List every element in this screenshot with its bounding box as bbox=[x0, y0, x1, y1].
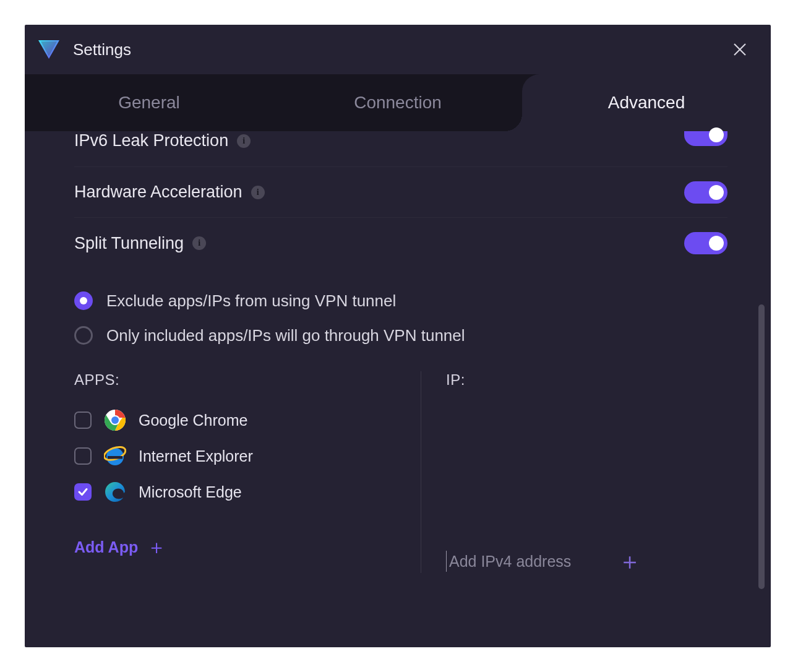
window-title: Settings bbox=[73, 40, 726, 59]
setting-label: IPv6 Leak Protection i bbox=[74, 131, 251, 150]
radio-label: Exclude apps/IPs from using VPN tunnel bbox=[106, 291, 396, 311]
settings-window: Settings General Connection Advanced bbox=[25, 25, 771, 647]
add-ip-button[interactable]: ＋ bbox=[618, 549, 641, 573]
check-icon bbox=[77, 486, 88, 498]
info-icon[interactable]: i bbox=[251, 186, 265, 199]
add-app-button[interactable]: Add App ＋ bbox=[74, 537, 166, 557]
toggle-ipv6[interactable] bbox=[684, 131, 727, 146]
tab-connection[interactable]: Connection bbox=[273, 74, 522, 131]
title-bar: Settings bbox=[25, 25, 771, 74]
svg-point-6 bbox=[111, 416, 119, 424]
radio-include-only[interactable]: Only included apps/IPs will go through V… bbox=[74, 318, 727, 353]
split-mode-radio-group: Exclude apps/IPs from using VPN tunnel O… bbox=[74, 269, 727, 353]
chrome-icon bbox=[104, 409, 126, 431]
plus-icon: ＋ bbox=[147, 537, 166, 557]
tabs: General Connection Advanced bbox=[25, 74, 771, 131]
add-ip-row: ＋ bbox=[446, 549, 727, 573]
info-icon[interactable]: i bbox=[192, 236, 206, 250]
app-item-chrome: Google Chrome bbox=[74, 402, 402, 438]
svg-marker-1 bbox=[41, 41, 57, 56]
svg-rect-9 bbox=[108, 456, 122, 459]
app-checkbox[interactable] bbox=[74, 411, 92, 429]
setting-row-ipv6: IPv6 Leak Protection i bbox=[74, 131, 727, 167]
setting-label: Split Tunneling i bbox=[74, 234, 206, 253]
ip-header: IP: bbox=[446, 371, 727, 389]
close-button[interactable] bbox=[726, 36, 753, 63]
app-name: Internet Explorer bbox=[139, 447, 253, 465]
tab-general[interactable]: General bbox=[25, 74, 273, 131]
toggle-split[interactable] bbox=[684, 232, 727, 254]
scrollbar[interactable] bbox=[758, 144, 765, 610]
ip-address-input[interactable] bbox=[446, 551, 607, 572]
radio-label: Only included apps/IPs will go through V… bbox=[106, 326, 465, 345]
tab-label: General bbox=[118, 93, 180, 113]
tab-label: Advanced bbox=[608, 93, 685, 113]
radio-icon bbox=[74, 326, 93, 345]
setting-row-hwaccel: Hardware Acceleration i bbox=[74, 167, 727, 218]
app-name: Google Chrome bbox=[139, 411, 247, 429]
radio-icon bbox=[74, 291, 93, 310]
apps-header: APPS: bbox=[74, 371, 402, 389]
close-icon bbox=[733, 43, 747, 56]
app-checkbox[interactable] bbox=[74, 483, 92, 501]
setting-row-split: Split Tunneling i bbox=[74, 218, 727, 269]
ie-icon bbox=[104, 445, 126, 467]
radio-exclude[interactable]: Exclude apps/IPs from using VPN tunnel bbox=[74, 283, 727, 318]
app-name: Microsoft Edge bbox=[139, 483, 242, 501]
setting-label: Hardware Acceleration i bbox=[74, 183, 265, 202]
toggle-hwaccel[interactable] bbox=[684, 181, 727, 204]
settings-content: IPv6 Leak Protection i Hardware Accelera… bbox=[25, 131, 771, 647]
add-app-label: Add App bbox=[74, 538, 138, 556]
app-checkbox[interactable] bbox=[74, 447, 92, 465]
app-item-ie: Internet Explorer bbox=[74, 438, 402, 474]
scrollbar-thumb[interactable] bbox=[758, 304, 765, 589]
tab-label: Connection bbox=[354, 93, 442, 113]
edge-icon bbox=[104, 481, 126, 503]
app-item-edge: Microsoft Edge bbox=[74, 474, 402, 510]
apps-ip-columns: APPS: Google Chrome bbox=[74, 371, 727, 573]
info-icon[interactable]: i bbox=[237, 134, 251, 148]
apps-column: APPS: Google Chrome bbox=[74, 371, 421, 573]
tab-advanced[interactable]: Advanced bbox=[522, 74, 771, 131]
app-logo-icon bbox=[38, 40, 59, 59]
ip-column: IP: ＋ bbox=[421, 371, 727, 573]
